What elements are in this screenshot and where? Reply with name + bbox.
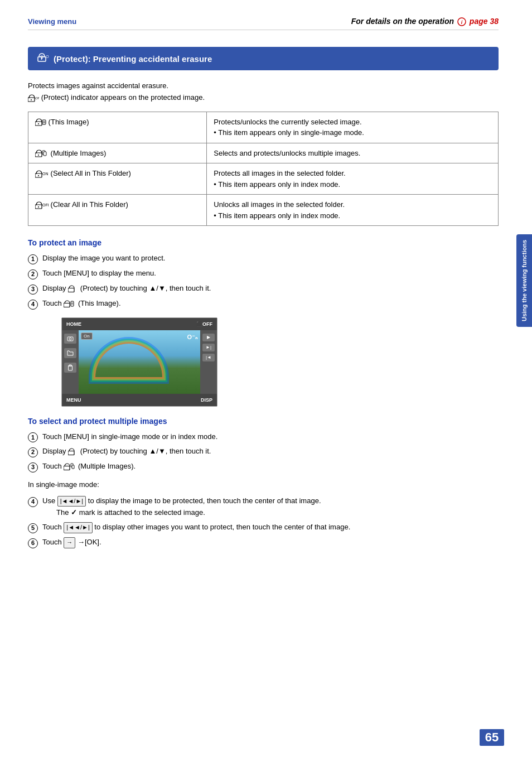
protect-inline-icon2: [68, 448, 78, 455]
table-cell-label: (This Image): [28, 112, 207, 143]
svg-text:OFF: OFF: [42, 203, 49, 207]
page-number: 65: [480, 729, 504, 746]
table-cell-desc: Protects all images in the selected fold…: [207, 163, 499, 195]
svg-text:ON: ON: [42, 172, 49, 176]
step-number: 4: [28, 497, 38, 507]
svg-rect-31: [68, 451, 74, 455]
page-ref-icon: i: [457, 17, 466, 26]
list-item: 5 Touch |◄◄/►| to display other images y…: [28, 522, 499, 533]
clear-all-icon: OFF: [35, 201, 49, 209]
protect-table: (This Image) Protects/unlocks the curren…: [28, 112, 499, 226]
step-number: 2: [28, 269, 38, 279]
protect-icon: ON: [37, 52, 49, 65]
list-item: 2 Display (Protect) by touching ▲/▼, the…: [28, 446, 499, 457]
camera-ui-mockup: HOME ⬛OFF: [61, 317, 217, 407]
step-number: 1: [28, 432, 38, 442]
intro-line1: Protects images against accidental erasu…: [28, 80, 499, 92]
step-number: 4: [28, 300, 38, 310]
camera-right-panel: ▶ ►| |◄: [200, 330, 217, 394]
intro-text: Protects images against accidental erasu…: [28, 80, 499, 104]
prev-next-symbol: |◄◄/►|: [57, 496, 86, 507]
camera-icon-photos[interactable]: [64, 334, 76, 344]
select-all-icon: ON: [35, 170, 49, 178]
multiple-steps-before-list: 1 Touch [MENU] in single-image mode or i…: [28, 431, 499, 472]
table-cell-desc: Protects/unlocks the currently selected …: [207, 112, 499, 143]
camera-bottom-bar: MENU DISP: [62, 394, 217, 406]
home-label: HOME: [66, 321, 81, 327]
svg-point-18: [38, 175, 39, 176]
svg-text:i: i: [461, 20, 463, 25]
step-number: 5: [28, 523, 38, 533]
ok-symbol: →: [64, 537, 75, 548]
next-button[interactable]: ►|: [202, 344, 215, 351]
section-title-bar: ON (Protect): Preventing accidental eras…: [28, 47, 499, 70]
protect-steps-list: 1 Display the image you want to protect.…: [28, 253, 499, 309]
table-cell-label: (Multiple Images): [28, 143, 207, 163]
in-single-mode-label: In single-image mode:: [28, 479, 499, 491]
header-operation-text: For details on the operation i page 38: [351, 17, 499, 26]
side-tab: Using the viewing functions: [516, 234, 532, 327]
rainbow-graphic: [95, 344, 162, 377]
prev-next-symbol2: |◄◄/►|: [64, 522, 92, 533]
camera-screenshot: HOME ⬛OFF: [45, 317, 499, 407]
disp-label: DISP: [201, 397, 212, 403]
on-badge: On: [81, 332, 93, 340]
table-cell-label: OFF (Clear All in This Folder): [28, 195, 207, 226]
protect-indicator: O⁻ₙ: [187, 334, 197, 341]
prev-button[interactable]: |◄: [202, 354, 215, 361]
menu-label: MENU: [66, 397, 81, 403]
step-number: 3: [28, 462, 38, 472]
list-item: 2 Touch [MENU] to display the menu.: [28, 268, 499, 279]
list-item: 3 Display (Protect) by touching ▲/▼, the…: [28, 283, 499, 295]
protect-subsection-title: To protect an image: [28, 238, 499, 247]
intro-line2: ON (Protect) indicator appears on the pr…: [28, 92, 499, 104]
svg-rect-30: [69, 366, 72, 370]
table-cell-label: ON (Select All in This Folder): [28, 163, 207, 195]
folder-icon: [67, 350, 74, 356]
protect-symbol-icon: ON: [37, 52, 49, 62]
svg-point-14: [38, 155, 39, 156]
svg-point-29: [69, 337, 71, 340]
play-button[interactable]: ▶: [202, 334, 215, 341]
this-image-step-icon: [64, 300, 76, 307]
delete-icon: [67, 364, 74, 371]
header-section-label: Viewing menu: [28, 17, 76, 26]
photos-icon: [67, 335, 74, 342]
svg-rect-25: [71, 301, 74, 306]
list-item: 6 Touch → →[OK].: [28, 537, 499, 548]
step-number: 1: [28, 254, 38, 264]
svg-rect-34: [72, 465, 74, 469]
section-title-text: (Protect): Preventing accidental erasure: [54, 54, 212, 64]
svg-point-6: [31, 99, 32, 100]
step-number: 2: [28, 447, 38, 457]
svg-rect-24: [64, 303, 70, 307]
bboff-label: ⬛OFF: [196, 321, 212, 327]
step-number: 3: [28, 285, 38, 295]
protect-inline-icon: ON: [28, 94, 39, 102]
table-row: OFF (Clear All in This Folder) Unlocks a…: [28, 195, 499, 226]
table-row: ON (Select All in This Folder) Protects …: [28, 163, 499, 195]
multiple-steps-after-list: 4 Use |◄◄/►| to display the image to be …: [28, 495, 499, 548]
table-row: (Multiple Images) Selects and protects/u…: [28, 143, 499, 163]
side-tab-text: Using the viewing functions: [520, 240, 528, 321]
table-cell-desc: Selects and protects/unlocks multiple im…: [207, 143, 499, 163]
multiple-images-icon: [35, 150, 49, 157]
camera-icon-folder[interactable]: [64, 348, 76, 358]
camera-main-view: On: [79, 330, 200, 394]
page-container: Viewing menu For details on the operatio…: [0, 0, 532, 757]
table-row: (This Image) Protects/unlocks the curren…: [28, 112, 499, 143]
svg-rect-32: [64, 466, 70, 470]
camera-left-panel: [62, 330, 79, 394]
multiple-images-step-icon: [64, 463, 76, 470]
svg-rect-16: [43, 152, 46, 156]
svg-text:ON: ON: [46, 55, 49, 59]
list-item: 3 Touch (Multiple Images).: [28, 461, 499, 472]
camera-icon-delete[interactable]: [64, 363, 76, 373]
svg-rect-10: [42, 120, 46, 124]
table-cell-desc: Unlocks all images in the selected folde…: [207, 195, 499, 226]
this-image-icon: [35, 118, 46, 126]
list-item: 4 Touch (This Image).: [28, 298, 499, 310]
header-page-ref: For details on the operation i page 38: [351, 17, 499, 26]
svg-text:ON: ON: [35, 97, 39, 100]
list-item: 1 Touch [MENU] in single-image mode or i…: [28, 431, 499, 443]
